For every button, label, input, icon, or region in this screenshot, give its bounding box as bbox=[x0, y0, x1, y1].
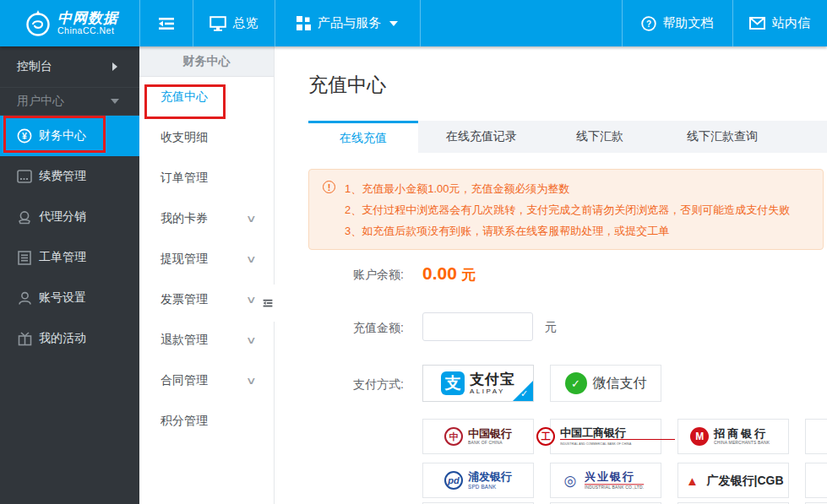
submenu-item-coupons[interactable]: 我的卡券 ∨ bbox=[139, 198, 274, 239]
tab-online-recharge[interactable]: 在线充值 bbox=[308, 121, 418, 153]
sidebar-item-renewal[interactable]: 续费管理 bbox=[0, 156, 139, 197]
bank-button-cmb[interactable]: M 招商银行 CHINA MERCHANTS BANK bbox=[677, 419, 789, 454]
bank-name: 招商银行 bbox=[714, 428, 776, 439]
submenu-item-orders[interactable]: 订单管理 bbox=[139, 158, 274, 198]
chevron-right-icon bbox=[112, 62, 117, 71]
brand-logo[interactable]: 中网数据 ChinaCC.Net bbox=[0, 0, 139, 46]
submenu-points-label: 积分管理 bbox=[161, 414, 208, 429]
finance-submenu: 财务中心 充值中心 收支明细 订单管理 我的卡券 ∨ 提现管理 ∨ 发票管理 ∨… bbox=[139, 46, 275, 504]
alipay-payment-button[interactable]: 支 支付宝 ALIPAY ✓ bbox=[422, 365, 534, 402]
tab-offline-remittance[interactable]: 线下汇款 bbox=[545, 121, 655, 153]
svg-text:?: ? bbox=[645, 19, 650, 28]
sidebar-item-finance-center[interactable]: ¥ 财务中心 bbox=[0, 116, 139, 156]
notice-line-2: 2、支付过程中浏览器会有几次跳转，支付完成之前请勿关闭浏览器，否则可能造成支付失… bbox=[345, 199, 811, 220]
brand-subtitle: ChinaCC.Net bbox=[57, 26, 118, 35]
submenu-contracts-label: 合同管理 bbox=[161, 373, 208, 388]
sidebar-item-account-settings[interactable]: 账号设置 bbox=[0, 278, 139, 318]
bank-button-cib[interactable]: ◎ 兴业银行 INDUSTRIAL BANK CO.,LTD. bbox=[550, 463, 661, 498]
sidebar-finance-label: 财务中心 bbox=[39, 128, 86, 144]
sidebar-user-center-label: 用户中心 bbox=[17, 94, 64, 109]
collapse-menu-icon bbox=[157, 15, 176, 32]
bank-name: 广发银行|CGB bbox=[706, 474, 783, 486]
recharge-tabbar: 在线充值 在线充值记录 线下汇款 线下汇款查询 bbox=[308, 121, 827, 153]
amount-unit: 元 bbox=[545, 320, 557, 335]
app-root: 中网数据 ChinaCC.Net 总览 bbox=[0, 0, 827, 504]
submenu-item-recharge-center[interactable]: 充值中心 bbox=[139, 77, 274, 117]
warning-circle-icon: ! bbox=[323, 181, 335, 193]
question-circle-icon: ? bbox=[641, 16, 656, 31]
wechat-payment-button[interactable]: ✓ 微信支付 bbox=[550, 365, 661, 402]
tab-recharge-records[interactable]: 在线充值记录 bbox=[418, 121, 545, 153]
nav-products-menu[interactable]: 产品与服务 bbox=[275, 0, 420, 46]
chevron-down-icon: ∨ bbox=[246, 334, 257, 346]
submenu-collapse-handle[interactable] bbox=[258, 285, 278, 322]
nav-overview[interactable]: 总览 bbox=[193, 0, 275, 46]
bank-button-icbc[interactable]: 工 中国工商银行 INDUSTRIAL AND COMMERCIAL BANK … bbox=[550, 419, 661, 454]
spd-bank-icon: pd bbox=[444, 471, 463, 490]
chevron-down-icon: ∨ bbox=[246, 375, 257, 387]
svg-text:¥: ¥ bbox=[22, 131, 27, 141]
bank-name-en: INDUSTRIAL AND COMMERCIAL BANK OF CHINA bbox=[560, 442, 631, 445]
bank-button-cgb[interactable]: ▲ 广发银行|CGB bbox=[677, 463, 789, 498]
submenu-item-transactions[interactable]: 收支明细 bbox=[139, 117, 274, 158]
sidebar-item-console[interactable]: 控制台 bbox=[0, 46, 139, 88]
submenu-title: 财务中心 bbox=[139, 46, 274, 77]
notice-line-1: 1、充值最小金额1.00元，充值金额必须为整数 bbox=[345, 178, 811, 199]
submenu-item-withdrawal[interactable]: 提现管理 ∨ bbox=[139, 239, 274, 279]
billing-card-icon bbox=[17, 169, 32, 184]
submenu-refunds-label: 退款管理 bbox=[161, 333, 208, 348]
cgb-icon: ▲ bbox=[683, 471, 701, 490]
sidebar-collapse-button[interactable] bbox=[139, 0, 193, 46]
nav-help-docs[interactable]: ? 帮助文档 bbox=[622, 0, 732, 46]
nav-site-messages[interactable]: 站内信 bbox=[732, 0, 827, 46]
envelope-icon bbox=[749, 17, 765, 30]
submenu-orders-label: 订单管理 bbox=[161, 171, 208, 186]
top-header: 中网数据 ChinaCC.Net 总览 bbox=[0, 0, 827, 46]
balance-value: 0.00元 bbox=[422, 263, 476, 285]
alipay-subtitle: ALIPAY bbox=[470, 388, 515, 395]
bank-name-en: BANK OF CHINA bbox=[468, 441, 508, 445]
submenu-item-refunds[interactable]: 退款管理 ∨ bbox=[139, 320, 274, 360]
chevron-down-icon bbox=[389, 21, 398, 26]
bank-name-en: INDUSTRIAL BANK CO.,LTD. bbox=[585, 484, 644, 490]
chevron-down-icon: ∨ bbox=[246, 253, 257, 265]
balance-amount: 0.00 bbox=[422, 263, 457, 283]
bank-name: 中国工商银行 bbox=[560, 427, 675, 440]
tab-remittance-query[interactable]: 线下汇款查询 bbox=[655, 121, 790, 153]
balance-label: 账户余额: bbox=[308, 268, 404, 283]
selected-check-icon: ✓ bbox=[513, 381, 533, 401]
payment-method-label: 支付方式: bbox=[308, 377, 404, 393]
submenu-transactions-label: 收支明细 bbox=[161, 130, 208, 145]
submenu-recharge-label: 充值中心 bbox=[161, 89, 208, 105]
bank-name: 浦发银行 bbox=[468, 471, 512, 482]
sidebar-console-label: 控制台 bbox=[17, 59, 52, 74]
sidebar-item-user-center[interactable]: 用户中心 bbox=[0, 88, 139, 116]
sidebar-item-tickets[interactable]: 工单管理 bbox=[0, 237, 139, 278]
page-title: 充值中心 bbox=[308, 72, 386, 98]
document-lines-icon bbox=[17, 250, 32, 265]
bank-button-spd[interactable]: pd 浦发银行 SPD BANK bbox=[422, 463, 534, 498]
bank-button-partial-right-2[interactable]: ▮ bbox=[805, 463, 827, 498]
bank-button-boc[interactable]: 中 中国银行 BANK OF CHINA bbox=[422, 419, 534, 454]
balance-unit: 元 bbox=[461, 267, 476, 283]
bank-button-partial-right[interactable]: ◆ bbox=[805, 419, 827, 454]
sidebar-account-label: 账号设置 bbox=[39, 290, 86, 306]
sidebar-item-agent[interactable]: 代理分销 bbox=[0, 197, 139, 237]
collapse-menu-icon bbox=[262, 298, 274, 308]
industrial-bank-icon: ◎ bbox=[561, 471, 579, 490]
submenu-item-contracts[interactable]: 合同管理 ∨ bbox=[139, 360, 274, 401]
chevron-down-icon bbox=[111, 99, 119, 104]
submenu-item-invoices[interactable]: 发票管理 ∨ bbox=[139, 279, 274, 320]
recharge-amount-input[interactable] bbox=[422, 312, 533, 341]
alipay-name: 支付宝 bbox=[470, 372, 515, 387]
sidebar-activities-label: 我的活动 bbox=[39, 331, 86, 346]
submenu-item-points[interactable]: 积分管理 bbox=[139, 401, 274, 442]
nav-products-label: 产品与服务 bbox=[318, 15, 381, 31]
submenu-invoices-label: 发票管理 bbox=[161, 292, 208, 307]
nav-overview-label: 总览 bbox=[233, 15, 258, 31]
gift-box-icon bbox=[17, 331, 32, 346]
bank-name-en: CHINA MERCHANTS BANK bbox=[714, 441, 770, 445]
sidebar-item-activities[interactable]: 我的活动 bbox=[0, 318, 139, 359]
agent-badge-icon bbox=[17, 209, 32, 225]
chevron-down-icon: ∨ bbox=[246, 213, 257, 225]
